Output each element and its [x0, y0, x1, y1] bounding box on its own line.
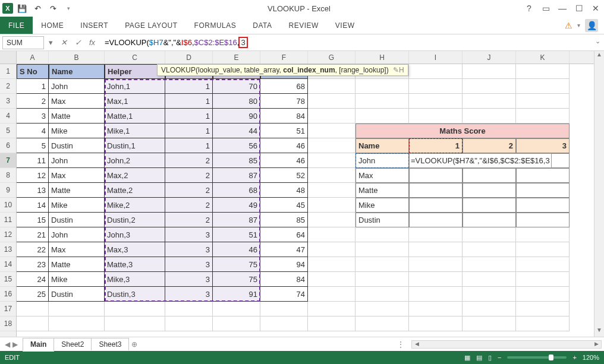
cell-science-6[interactable]: 46 — [260, 153, 308, 168]
cell-K3[interactable] — [516, 94, 570, 109]
sheet-tab-main[interactable]: Main — [23, 338, 54, 352]
cell-J14[interactable] — [463, 257, 516, 272]
cell-name-15[interactable]: Dustin — [49, 287, 105, 302]
side-val-3-1[interactable] — [409, 198, 463, 213]
side-header-name[interactable]: Name — [356, 138, 409, 153]
cell-helper-13[interactable]: Matte,3 — [105, 257, 165, 272]
cell-science-4[interactable]: 51 — [260, 124, 308, 138]
cell-J4[interactable] — [463, 109, 516, 124]
cell-name-1[interactable]: John — [49, 79, 105, 94]
row-header-1[interactable]: 1 — [0, 64, 16, 79]
cell-helper-2[interactable]: Max,1 — [105, 94, 165, 109]
cell-sno-12[interactable]: 22 — [17, 242, 49, 257]
side-name-4[interactable]: Dustin — [356, 213, 409, 227]
cell-H2[interactable] — [356, 79, 409, 94]
cell-I14[interactable] — [409, 257, 463, 272]
cell-E17[interactable] — [213, 302, 260, 316]
cell-G6[interactable] — [308, 138, 356, 153]
header-sno[interactable]: S No — [17, 64, 49, 79]
cell-C18[interactable] — [105, 316, 165, 331]
cell-name-6[interactable]: John — [49, 153, 105, 168]
col-header-B[interactable]: B — [49, 51, 105, 64]
accept-formula-icon[interactable]: ✓ — [71, 38, 84, 47]
cell-G18[interactable] — [308, 316, 356, 331]
side-header-2[interactable]: 2 — [463, 138, 516, 153]
cell-J18[interactable] — [463, 316, 516, 331]
col-header-D[interactable]: D — [165, 51, 213, 64]
side-val-3-2[interactable] — [463, 198, 516, 213]
qat-dropdown-icon[interactable]: ▾ — [62, 2, 75, 15]
cell-C17[interactable] — [105, 302, 165, 316]
cell-term-5[interactable]: 1 — [165, 138, 213, 153]
cell-G4[interactable] — [308, 109, 356, 124]
cell-name-14[interactable]: Mike — [49, 272, 105, 287]
cell-maths-10[interactable]: 87 — [213, 213, 260, 227]
cell-G5[interactable] — [308, 124, 356, 138]
cell-G12[interactable] — [308, 227, 356, 242]
tab-insert[interactable]: INSERT — [72, 17, 117, 34]
cell-name-3[interactable]: Matte — [49, 109, 105, 124]
cell-term-7[interactable]: 2 — [165, 168, 213, 183]
row-header-3[interactable]: 3 — [0, 94, 16, 109]
cell-H13[interactable] — [356, 242, 409, 257]
cell-H4[interactable] — [356, 109, 409, 124]
warning-dropdown-icon[interactable]: ▾ — [577, 22, 580, 29]
cell-G3[interactable] — [308, 94, 356, 109]
cell-science-9[interactable]: 45 — [260, 198, 308, 213]
cell-science-12[interactable]: 47 — [260, 242, 308, 257]
cell-maths-1[interactable]: 70 — [213, 79, 260, 94]
cell-I2[interactable] — [409, 79, 463, 94]
cell-helper-12[interactable]: Max,3 — [105, 242, 165, 257]
help-icon[interactable]: ? — [523, 4, 535, 13]
row-header-13[interactable]: 13 — [0, 242, 16, 257]
cell-F17[interactable] — [260, 302, 308, 316]
cell-science-11[interactable]: 64 — [260, 227, 308, 242]
side-val-4-3[interactable] — [516, 213, 570, 227]
cell-K13[interactable] — [516, 242, 570, 257]
cell-term-12[interactable]: 3 — [165, 242, 213, 257]
cell-G9[interactable] — [308, 183, 356, 198]
side-val-1-2[interactable] — [463, 168, 516, 183]
cell-term-8[interactable]: 2 — [165, 183, 213, 198]
close-icon[interactable]: ✕ — [590, 4, 602, 13]
cell-sno-9[interactable]: 14 — [17, 198, 49, 213]
cell-J17[interactable] — [463, 302, 516, 316]
cancel-formula-icon[interactable]: ✕ — [57, 38, 70, 47]
row-header-6[interactable]: 6 — [0, 138, 16, 153]
cell-term-10[interactable]: 2 — [165, 213, 213, 227]
cell-term-2[interactable]: 1 — [165, 94, 213, 109]
ribbon-display-icon[interactable]: ▭ — [540, 4, 552, 13]
cell-maths-6[interactable]: 85 — [213, 153, 260, 168]
cell-H16[interactable] — [356, 287, 409, 302]
cell-helper-9[interactable]: Mike,2 — [105, 198, 165, 213]
cell-name-2[interactable]: Max — [49, 94, 105, 109]
cell-H17[interactable] — [356, 302, 409, 316]
cell-maths-11[interactable]: 51 — [213, 227, 260, 242]
cell-I1[interactable] — [409, 64, 463, 79]
cell-E18[interactable] — [213, 316, 260, 331]
tab-file[interactable]: FILE — [0, 17, 33, 34]
cell-K4[interactable] — [516, 109, 570, 124]
cell-K14[interactable] — [516, 257, 570, 272]
cell-helper-14[interactable]: Mike,3 — [105, 272, 165, 287]
cell-H3[interactable] — [356, 94, 409, 109]
cell-K15[interactable] — [516, 272, 570, 287]
zoom-in-icon[interactable]: + — [572, 354, 576, 361]
cell-I18[interactable] — [409, 316, 463, 331]
cell-maths-15[interactable]: 91 — [213, 287, 260, 302]
row-header-18[interactable]: 18 — [0, 316, 16, 331]
cell-name-4[interactable]: Mike — [49, 124, 105, 138]
add-sheet-icon[interactable]: ⊕ — [128, 340, 140, 349]
horizontal-scrollbar[interactable]: ⋮ ◀▶ — [140, 340, 604, 349]
row-header-12[interactable]: 12 — [0, 227, 16, 242]
cell-A17[interactable] — [17, 302, 49, 316]
maximize-icon[interactable]: ☐ — [573, 4, 585, 13]
cell-sno-14[interactable]: 24 — [17, 272, 49, 287]
cell-science-10[interactable]: 85 — [260, 213, 308, 227]
side-val-1-3[interactable] — [516, 168, 570, 183]
cell-name-5[interactable]: Dustin — [49, 138, 105, 153]
cell-maths-4[interactable]: 44 — [213, 124, 260, 138]
cell-term-13[interactable]: 3 — [165, 257, 213, 272]
grid-body[interactable]: ABCDEFGHIJK VLOOKUP(lookup_value, table_… — [17, 51, 594, 337]
cell-B17[interactable] — [49, 302, 105, 316]
